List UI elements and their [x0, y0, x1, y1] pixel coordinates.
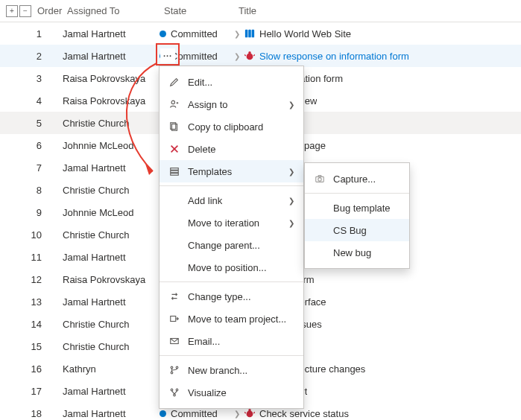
order-cell: 18 [4, 408, 57, 419]
menu-separator [160, 355, 303, 356]
assigned-cell: Christie Church [57, 229, 154, 241]
menu-item-bug-template[interactable]: Bug template [305, 197, 409, 219]
menu-item-label: New bug [333, 247, 400, 258]
work-item-title[interactable]: Hello World Web Site [259, 28, 351, 39]
book-icon [244, 28, 255, 39]
menu-item-new-bug[interactable]: New bug [305, 241, 409, 264]
moveteam-icon [168, 313, 180, 325]
col-state[interactable]: State [158, 5, 233, 16]
col-title[interactable]: Title [233, 5, 521, 16]
menu-item-label: Move to iteration [188, 217, 281, 229]
work-item-title[interactable]: Slow response on information form [259, 51, 409, 62]
chevron-right-icon: ❯ [288, 168, 294, 176]
chevron-right-icon: ❯ [234, 410, 240, 418]
menu-item-cs-bug[interactable]: CS Bug [305, 219, 409, 241]
menu-item-assign-to[interactable]: Assign to❯ [160, 93, 303, 115]
assigned-cell: Raisa Pokrovskaya [57, 73, 154, 84]
camera-icon [314, 173, 326, 185]
menu-item-copy-to-clipboard[interactable]: Copy to clipboard [160, 115, 303, 138]
svg-point-90 [318, 178, 321, 181]
svg-line-5 [244, 54, 246, 56]
order-cell: 16 [4, 363, 57, 375]
col-assigned[interactable]: Assigned To [61, 5, 158, 16]
menu-item-change-type[interactable]: Change type... [160, 285, 303, 308]
svg-line-69 [244, 412, 246, 413]
order-cell: 10 [4, 229, 57, 241]
state-cell: Committed [154, 28, 228, 39]
svg-point-3 [247, 54, 253, 60]
menu-item-label: Bug template [333, 203, 400, 214]
menu-item-new-branch[interactable]: New branch... [160, 359, 303, 381]
menu-item-change-parent[interactable]: Change parent... [160, 234, 303, 256]
order-cell: 13 [4, 296, 57, 308]
assigned-cell: Jamal Hartnett [57, 408, 154, 419]
visualize-icon [168, 386, 180, 398]
expand-all-icon[interactable]: + [6, 5, 18, 17]
assigned-cell: Raisa Pokrovskaya [57, 95, 154, 106]
col-order[interactable]: Order [31, 5, 61, 16]
menu-item-move-to-iteration[interactable]: Move to iteration❯ [160, 211, 303, 234]
state-label: Committed [171, 28, 218, 39]
order-cell: 17 [4, 386, 57, 397]
svg-rect-79 [171, 171, 179, 173]
svg-rect-2 [252, 30, 255, 38]
svg-point-68 [248, 409, 251, 412]
edit-icon [168, 76, 180, 88]
assigned-cell: Jamal Hartnett [57, 162, 154, 174]
state-cell: Committed [154, 408, 228, 419]
table-row[interactable]: 1Jamal HartnettCommitted❯Hello World Web… [0, 22, 521, 45]
menu-item-label: Move to team project... [188, 314, 294, 325]
work-item-title[interactable]: Check service status [259, 408, 349, 419]
menu-item-capture[interactable]: Capture... [305, 168, 409, 190]
assign-icon [168, 98, 180, 110]
menu-item-email[interactable]: Email... [160, 330, 303, 352]
title-cell[interactable]: ❯Slow response on information form [228, 51, 521, 62]
order-cell: 4 [4, 95, 57, 106]
menu-item-label: Capture... [333, 174, 400, 185]
menu-item-move-to-team-project[interactable]: Move to team project... [160, 308, 303, 330]
state-label: Committed [171, 408, 218, 419]
svg-rect-80 [171, 174, 179, 176]
state-dot-icon [160, 410, 166, 417]
title-cell[interactable]: ❯Hello World Web Site [228, 28, 521, 39]
email-icon [168, 335, 180, 347]
menu-item-label: Assign to [188, 99, 281, 110]
bug-icon [244, 408, 255, 419]
bug-icon [244, 51, 255, 61]
menu-item-delete[interactable]: Delete [160, 138, 303, 160]
order-cell: 2 [4, 51, 57, 62]
menu-item-move-to-position[interactable]: Move to position... [160, 256, 303, 279]
menu-separator [305, 193, 409, 194]
collapse-all-icon[interactable]: − [19, 5, 31, 17]
assigned-cell: Jamal Hartnett [57, 28, 154, 39]
menu-item-edit[interactable]: Edit... [160, 71, 303, 93]
chevron-right-icon: ❯ [288, 101, 294, 109]
assigned-cell: Johnnie McLeod [57, 207, 154, 218]
delete-icon [168, 143, 180, 155]
order-cell: 12 [4, 274, 57, 285]
chevron-right-icon: ❯ [234, 30, 240, 38]
svg-point-87 [176, 389, 178, 391]
order-cell: 1 [4, 28, 57, 39]
menu-item-templates[interactable]: Templates❯ [160, 160, 303, 182]
table-row[interactable]: 2Jamal HartnettCommitted❯Slow response o… [0, 45, 521, 67]
menu-item-label: New branch... [188, 365, 294, 376]
menu-item-visualize[interactable]: Visualize [160, 381, 303, 404]
assigned-cell: Kathryn [57, 363, 154, 375]
menu-item-add-link[interactable]: Add link❯ [160, 189, 303, 211]
assigned-cell: Christie Church [57, 341, 154, 352]
svg-rect-91 [318, 176, 321, 177]
order-cell: 7 [4, 162, 57, 174]
menu-item-label: Edit... [188, 77, 294, 88]
menu-item-label: Templates [188, 166, 281, 177]
assigned-cell: Christie Church [57, 185, 154, 196]
menu-separator [160, 185, 303, 186]
menu-item-label: Change type... [188, 291, 294, 302]
order-cell: 8 [4, 185, 57, 196]
table-header: + − Order Assigned To State Title [0, 0, 521, 22]
title-cell[interactable]: ❯Check service status [228, 408, 521, 419]
state-dot-icon [160, 31, 166, 37]
template-icon [168, 165, 180, 177]
svg-point-86 [171, 389, 173, 391]
menu-item-label: Email... [188, 336, 294, 347]
